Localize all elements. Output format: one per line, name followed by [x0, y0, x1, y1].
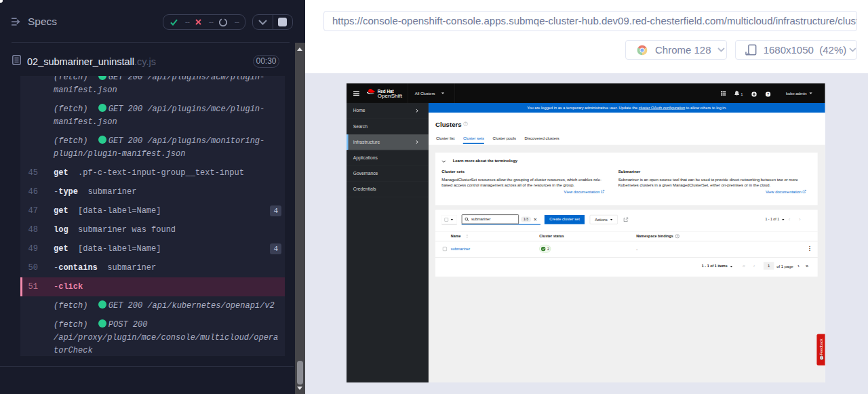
- svg-text:?: ?: [677, 235, 679, 238]
- svg-text:?: ?: [767, 92, 769, 96]
- svg-text:?: ?: [465, 122, 467, 125]
